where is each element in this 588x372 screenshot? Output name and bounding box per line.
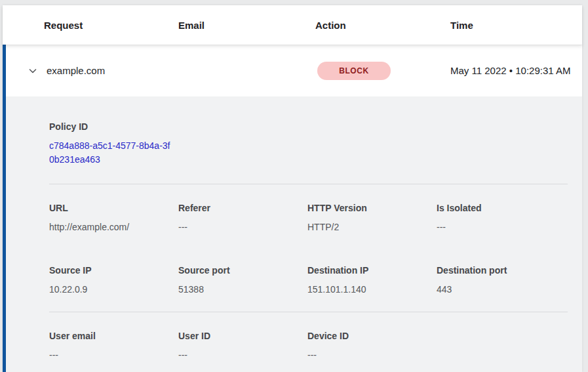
time-cell: May 11 2022 • 10:29:31 AM xyxy=(450,63,582,79)
field-value: 443 xyxy=(437,283,568,296)
request-cell: example.com xyxy=(28,65,315,76)
field-label: Source IP xyxy=(49,264,178,277)
field-value: --- xyxy=(49,348,178,362)
field-label: Device ID xyxy=(307,329,437,342)
field-user-id: User ID --- xyxy=(178,329,307,362)
field-label: Is Isolated xyxy=(437,201,568,215)
field-value: --- xyxy=(437,220,568,234)
field-user-email: User email --- xyxy=(49,329,178,362)
table-row[interactable]: example.com BLOCK May 11 2022 • 10:29:31… xyxy=(3,45,582,96)
fields-row-url: URL http://example.com/ Referer --- HTTP… xyxy=(49,201,568,234)
field-label: Destination IP xyxy=(307,264,437,277)
column-header-time: Time xyxy=(450,20,582,31)
field-value: --- xyxy=(178,220,307,234)
field-is-isolated: Is Isolated --- xyxy=(437,201,568,234)
field-url: URL http://example.com/ xyxy=(49,201,178,234)
status-badge-block: BLOCK xyxy=(317,62,391,80)
action-cell: BLOCK xyxy=(315,62,450,80)
field-referer: Referer --- xyxy=(178,201,307,234)
fields-row-user: User email --- User ID --- Device ID --- xyxy=(49,329,568,362)
field-value: HTTP/2 xyxy=(307,220,437,234)
field-empty xyxy=(437,329,568,362)
log-table-card: Request Email Action Time example.com BL… xyxy=(3,5,582,372)
field-device-id: Device ID --- xyxy=(307,329,437,362)
field-http-version: HTTP Version HTTP/2 xyxy=(307,201,437,234)
field-label: HTTP Version xyxy=(307,201,437,215)
field-value: --- xyxy=(178,348,307,362)
policy-section: Policy ID c784a888-a5c1-4577-8b4a-3f0b23… xyxy=(49,120,568,167)
field-value: 10.22.0.9 xyxy=(49,283,178,296)
field-label: Referer xyxy=(178,201,307,215)
field-source-ip: Source IP 10.22.0.9 xyxy=(49,264,178,296)
field-label: Destination port xyxy=(437,264,568,277)
field-label: Source port xyxy=(178,264,307,277)
column-header-action: Action xyxy=(315,20,450,31)
policy-id-label: Policy ID xyxy=(49,120,568,133)
column-header-request: Request xyxy=(44,20,178,31)
field-value: http://example.com/ xyxy=(49,220,178,234)
divider xyxy=(49,184,568,184)
request-domain: example.com xyxy=(47,65,105,76)
field-destination-port: Destination port 443 xyxy=(437,264,568,296)
column-header-email: Email xyxy=(178,20,315,31)
row-details-panel: Policy ID c784a888-a5c1-4577-8b4a-3f0b23… xyxy=(3,96,582,372)
policy-id-value: c784a888-a5c1-4577-8b4a-3f0b231ea463 xyxy=(49,139,175,167)
table-header: Request Email Action Time xyxy=(3,5,582,45)
field-value: 51388 xyxy=(178,283,307,296)
field-value: 151.101.1.140 xyxy=(307,283,437,296)
chevron-down-icon[interactable] xyxy=(28,66,38,76)
field-value: --- xyxy=(307,348,437,362)
field-label: User email xyxy=(49,329,178,342)
field-destination-ip: Destination IP 151.101.1.140 xyxy=(307,264,437,296)
field-label: URL xyxy=(49,201,178,215)
divider xyxy=(49,312,568,312)
field-source-port: Source port 51388 xyxy=(178,264,307,296)
policy-id-link[interactable]: c784a888-a5c1-4577-8b4a-3f0b231ea463 xyxy=(49,140,170,165)
fields-row-network: Source IP 10.22.0.9 Source port 51388 De… xyxy=(49,264,568,296)
field-label: User ID xyxy=(178,329,307,342)
